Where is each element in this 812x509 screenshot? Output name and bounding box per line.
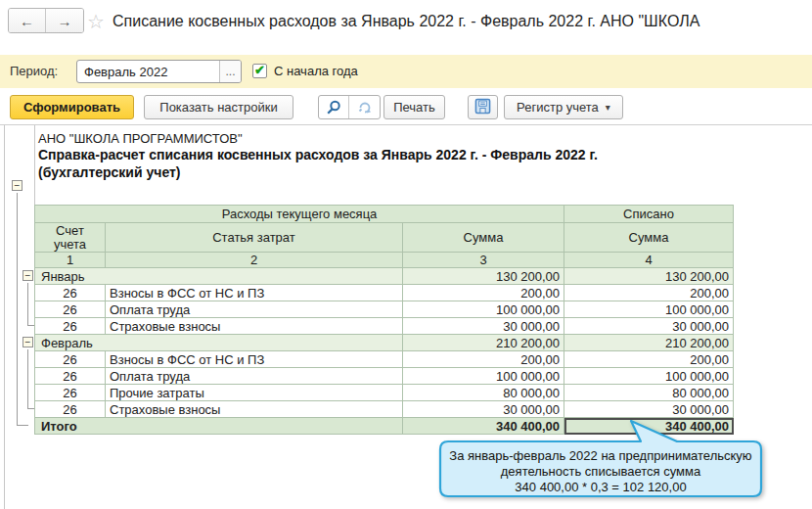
- period-label: Период:: [10, 64, 58, 78]
- table-row-detail: 26Взносы в ФСС от НС и ПЗ200,00200,00: [35, 285, 734, 301]
- cell-amount-current[interactable]: 100 000,00: [403, 368, 564, 385]
- cell-account[interactable]: 26: [35, 401, 106, 418]
- cell-amount-current[interactable]: 340 400,00: [403, 418, 564, 435]
- cell-account[interactable]: 26: [35, 368, 106, 385]
- chevron-down-icon: ▾: [606, 102, 610, 113]
- from-year-start-checkbox[interactable]: ✔: [252, 64, 267, 78]
- collapse-january-icon[interactable]: −: [23, 270, 33, 281]
- cell-amount-written[interactable]: 100 000,00: [564, 368, 734, 385]
- header-amount-written[interactable]: Сумма: [564, 223, 734, 253]
- header-amount[interactable]: Сумма: [403, 223, 564, 253]
- cell-article[interactable]: Прочие затраты: [106, 385, 403, 401]
- cell-article[interactable]: Оплата труда: [106, 368, 403, 385]
- cell-amount-written[interactable]: 80 000,00: [564, 385, 734, 401]
- table-row-detail: 26Прочие затраты80 000,0080 000,00: [35, 385, 734, 401]
- show-settings-button[interactable]: Показать настройки: [144, 95, 293, 119]
- callout-text: За январь-февраль 2022 на предпринимател…: [440, 448, 761, 495]
- report-title: Справка-расчет списания косвенных расход…: [38, 147, 598, 162]
- collapse-february-icon[interactable]: −: [23, 337, 33, 347]
- cell-account[interactable]: 26: [35, 318, 106, 335]
- table-colnumber-row: 1 2 3 4: [35, 253, 734, 268]
- header-written-off[interactable]: Списано: [564, 206, 734, 223]
- cell-amount-current[interactable]: 30 000,00: [403, 318, 564, 335]
- generate-button[interactable]: Сформировать: [10, 95, 134, 119]
- period-input[interactable]: Февраль 2022 ...: [76, 60, 242, 83]
- title-bar: ← → ☆ Списание косвенных расходов за Янв…: [0, 0, 812, 47]
- cell-amount-current[interactable]: 130 200,00: [403, 268, 564, 285]
- cell-amount-written[interactable]: 130 200,00: [564, 268, 734, 285]
- cell-amount-written[interactable]: 100 000,00: [564, 301, 734, 318]
- table-row-detail: 26Оплата труда100 000,00100 000,00: [35, 301, 734, 318]
- tree-line: [27, 349, 28, 408]
- cell-account[interactable]: 26: [35, 285, 106, 301]
- cell-amount-written[interactable]: 200,00: [564, 285, 734, 301]
- search-button-group: [318, 95, 381, 119]
- cell-amount-current[interactable]: 200,00: [403, 351, 564, 368]
- cell-group-label[interactable]: Итого: [35, 418, 403, 435]
- forward-arrow-icon[interactable]: →: [46, 9, 83, 32]
- callout-line: деятельность списывается сумма: [440, 464, 761, 480]
- table-row-group: Январь130 200,00130 200,00: [35, 268, 734, 285]
- cell-group-label[interactable]: Февраль: [35, 335, 403, 351]
- cell-article[interactable]: Страховые взносы: [106, 318, 403, 335]
- tree-line: [27, 408, 34, 409]
- favorite-star-icon[interactable]: ☆: [87, 10, 105, 33]
- cell-account[interactable]: 26: [35, 351, 106, 368]
- period-value[interactable]: Февраль 2022: [77, 65, 219, 79]
- cell-amount-current[interactable]: 30 000,00: [403, 401, 564, 418]
- register-menu-label: Регистр учета: [517, 100, 599, 115]
- table-row-total: Итого340 400,00340 400,00: [35, 418, 734, 435]
- cell-article[interactable]: Взносы в ФСС от НС и ПЗ: [106, 351, 403, 368]
- from-year-start-label[interactable]: С начала года: [274, 64, 358, 78]
- page-title: Списание косвенных расходов за Январь 20…: [113, 13, 809, 30]
- header-account[interactable]: Счет учета: [35, 223, 106, 253]
- toolbar: Сформировать Показать настройки Печать: [0, 88, 812, 124]
- header-current-expenses[interactable]: Расходы текущего месяца: [35, 206, 564, 223]
- back-arrow-icon[interactable]: ←: [9, 9, 46, 32]
- tree-line: [17, 425, 28, 426]
- table-header-row: Счет учета Статья затрат Сумма Сумма: [35, 223, 734, 253]
- register-menu-button[interactable]: Регистр учета ▾: [504, 95, 623, 119]
- search-next-icon[interactable]: [349, 96, 380, 118]
- report-table-body: Январь130 200,00130 200,0026Взносы в ФСС…: [35, 268, 734, 435]
- report-subtitle: (бухгалтерский учет): [38, 164, 181, 180]
- cell-amount-current[interactable]: 100 000,00: [403, 301, 564, 318]
- table-row-detail: 26Страховые взносы30 000,0030 000,00: [35, 401, 734, 418]
- tree-line: [17, 193, 18, 425]
- cell-amount-written[interactable]: 30 000,00: [564, 318, 734, 335]
- cell-account[interactable]: 26: [35, 385, 106, 401]
- save-button[interactable]: [468, 95, 498, 119]
- col-number[interactable]: 1: [35, 253, 106, 268]
- print-button[interactable]: Печать: [383, 95, 445, 119]
- period-bar: Период: Февраль 2022 ... ✔ С начала года: [0, 55, 812, 88]
- cell-amount-written[interactable]: 340 400,00: [564, 418, 734, 435]
- content-left-line: [34, 125, 35, 205]
- cell-article[interactable]: Взносы в ФСС от НС и ПЗ: [106, 285, 403, 301]
- cell-amount-current[interactable]: 200,00: [403, 285, 564, 301]
- col-number[interactable]: 4: [564, 253, 734, 268]
- table-row-group: Февраль210 200,00210 200,00: [35, 335, 734, 351]
- table-row-detail: 26Взносы в ФСС от НС и ПЗ200,00200,00: [35, 351, 734, 368]
- cell-amount-current[interactable]: 80 000,00: [403, 385, 564, 401]
- cell-group-label[interactable]: Январь: [35, 268, 403, 285]
- header-cost-article[interactable]: Статья затрат: [106, 223, 403, 253]
- search-icon[interactable]: [319, 96, 349, 118]
- tree-line: [27, 325, 34, 326]
- period-picker-button[interactable]: ...: [219, 61, 241, 82]
- checkmark-icon: ✔: [254, 64, 265, 76]
- cell-account[interactable]: 26: [35, 301, 106, 318]
- cell-amount-current[interactable]: 210 200,00: [403, 335, 564, 351]
- cell-article[interactable]: Страховые взносы: [106, 401, 403, 418]
- cell-amount-written[interactable]: 200,00: [564, 351, 734, 368]
- tree-line: [27, 283, 28, 325]
- cell-amount-written[interactable]: 210 200,00: [564, 335, 734, 351]
- cell-amount-written[interactable]: 30 000,00: [564, 401, 734, 418]
- cell-article[interactable]: Оплата труда: [106, 301, 403, 318]
- floppy-disk-icon: [474, 98, 491, 117]
- col-number[interactable]: 2: [106, 253, 403, 268]
- report-area: АНО "ШКОЛА ПРОГРАММИСТОВ" Справка-расчет…: [0, 124, 812, 509]
- report-table: Расходы текущего месяца Списано Счет уче…: [34, 205, 734, 435]
- collapse-all-icon[interactable]: −: [12, 180, 23, 191]
- col-number[interactable]: 3: [403, 253, 564, 268]
- grouping-margin-line: [4, 125, 5, 509]
